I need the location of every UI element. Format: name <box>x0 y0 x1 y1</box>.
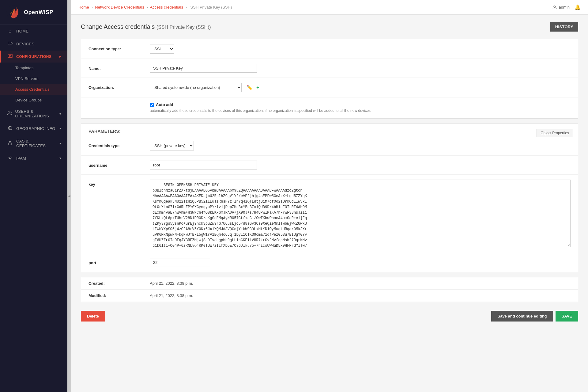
sidebar-item-access-credentials[interactable]: Access Credentials <box>0 84 67 95</box>
page-header: Change Access credentials (SSH Private K… <box>81 22 578 32</box>
created-row: Created: April 21, 2022, 8:38 p.m. <box>81 277 578 290</box>
cas-icon <box>7 141 13 147</box>
connection-type-select[interactable]: SSH SNMP HTTP <box>150 44 174 54</box>
sidebar-item-home-label: HOME <box>16 29 28 33</box>
sidebar-item-devices[interactable]: DEVICES <box>0 37 67 51</box>
svg-point-8 <box>10 112 11 113</box>
sidebar-item-templates-label: Templates <box>15 66 33 70</box>
sidebar-item-ipam[interactable]: IPAM ▾ <box>0 152 67 165</box>
organization-row: Organization: Shared systemwide (no orga… <box>81 78 578 97</box>
credentials-type-select[interactable]: SSH (private key) SSH (password) HTTP <box>150 141 194 150</box>
sidebar-item-home[interactable]: ⌂ HOME <box>0 25 67 37</box>
home-icon: ⌂ <box>7 29 13 34</box>
name-field <box>150 64 571 73</box>
connection-type-label: Connection type: <box>89 44 150 51</box>
auto-add-checkbox-row: Auto add automatically add these credent… <box>150 102 571 113</box>
organization-field: Shared systemwide (no organization) ✏️ + <box>150 83 571 92</box>
name-input[interactable] <box>150 64 257 73</box>
auto-add-label[interactable]: Auto add <box>150 102 173 107</box>
sidebar-item-users-label: USERS & ORGANIZATIONS <box>15 109 59 118</box>
username-label: username <box>89 161 150 168</box>
key-field: -----BEGIN OPENSSH PRIVATE KEY----- b3Bl… <box>150 180 571 248</box>
form-actions: Delete Save and continue editing SAVE <box>81 305 578 328</box>
svg-rect-4 <box>8 54 12 58</box>
breadcrumb-access-credentials[interactable]: Access credentials <box>150 5 183 10</box>
svg-point-7 <box>8 112 10 113</box>
svg-point-13 <box>10 144 10 144</box>
username-input[interactable] <box>150 161 257 169</box>
org-edit-button[interactable]: ✏️ <box>245 83 254 92</box>
credentials-type-label: Credentials type <box>89 141 150 148</box>
org-add-button[interactable]: + <box>255 83 260 92</box>
cas-arrow: ▾ <box>59 142 61 146</box>
breadcrumb-sep-3: › <box>186 5 187 10</box>
parameters-section: Parameters: Object Properties Credential… <box>81 124 578 272</box>
sidebar-item-users-orgs[interactable]: USERS & ORGANIZATIONS ▾ <box>0 105 67 122</box>
name-label: Name: <box>89 64 150 71</box>
modified-label: Modified: <box>89 293 150 298</box>
auto-add-checkbox[interactable] <box>150 103 154 107</box>
breadcrumb-home[interactable]: Home <box>78 5 89 10</box>
breadcrumb-sep-2: › <box>146 5 148 10</box>
sidebar-section-configurations[interactable]: CONFIGURATIONS ▸ <box>0 51 67 63</box>
save-continue-button[interactable]: Save and continue editing <box>491 311 553 322</box>
sidebar-item-vpn-label: VPN Servers <box>15 76 38 81</box>
breadcrumb-sep-1: › <box>91 5 92 10</box>
credentials-type-field: SSH (private key) SSH (password) HTTP <box>150 141 571 150</box>
svg-rect-2 <box>11 43 12 44</box>
organization-label: Organization: <box>89 83 150 90</box>
svg-point-19 <box>554 6 556 8</box>
svg-point-14 <box>9 157 11 159</box>
sidebar-item-vpn-servers[interactable]: VPN Servers <box>0 73 67 84</box>
save-button[interactable]: SAVE <box>556 311 578 322</box>
sidebar-section-configurations-label: CONFIGURATIONS <box>16 55 51 59</box>
main-form: Connection type: SSH SNMP HTTP Name: <box>81 39 578 119</box>
geo-icon <box>7 126 13 131</box>
users-arrow: ▾ <box>59 112 61 116</box>
created-label: Created: <box>89 281 150 286</box>
sidebar-collapse-handle[interactable]: ◀ <box>67 0 71 392</box>
sidebar-item-device-groups-label: Device Groups <box>15 98 42 102</box>
org-field-row: Shared systemwide (no organization) ✏️ + <box>150 83 571 92</box>
port-label: port <box>89 258 150 265</box>
credentials-type-row: Credentials type SSH (private key) SSH (… <box>81 136 578 156</box>
key-row: key -----BEGIN OPENSSH PRIVATE KEY----- … <box>81 175 578 253</box>
sidebar-item-device-groups[interactable]: Device Groups <box>0 95 67 105</box>
delete-button[interactable]: Delete <box>81 311 105 322</box>
sidebar-item-access-credentials-label: Access Credentials <box>15 87 49 92</box>
sidebar-item-geo[interactable]: GEOGRAPHIC INFO ▾ <box>0 122 67 135</box>
auto-add-field: Auto add automatically add these credent… <box>150 102 571 113</box>
sidebar-item-cas[interactable]: CAS & CERTIFICATES ▾ <box>0 135 67 152</box>
auto-add-hint: automatically add these credentials to t… <box>150 108 371 113</box>
port-input[interactable] <box>150 258 211 267</box>
meta-section: Created: April 21, 2022, 8:38 p.m. Modif… <box>81 277 578 302</box>
openwisp-logo <box>6 5 21 20</box>
org-actions: ✏️ + <box>245 83 260 92</box>
breadcrumb-network-device-credentials[interactable]: Network Device Credentials <box>95 5 144 10</box>
params-title: Parameters: <box>81 124 578 136</box>
notification-bell[interactable]: 🔔 <box>575 4 581 10</box>
modified-value: April 21, 2022, 8:38 p.m. <box>150 293 193 298</box>
key-label: key <box>89 180 150 187</box>
user-icon <box>552 5 557 10</box>
sidebar-navigation: ⌂ HOME DEVICES CONFIGURATIONS ▸ Template… <box>0 25 67 392</box>
topbar-username: admin <box>559 5 570 10</box>
sidebar-item-ipam-label: IPAM <box>16 156 26 161</box>
key-textarea[interactable]: -----BEGIN OPENSSH PRIVATE KEY----- b3Bl… <box>150 180 571 247</box>
username-field <box>150 161 571 169</box>
sidebar-logo: OpenWISP <box>0 0 67 25</box>
content-area: Change Access credentials (SSH Private K… <box>71 15 588 392</box>
created-value: April 21, 2022, 8:38 p.m. <box>150 281 193 286</box>
ipam-icon <box>7 155 13 161</box>
object-properties-button[interactable]: Object Properties <box>537 129 573 137</box>
sidebar-item-devices-label: DEVICES <box>16 42 34 46</box>
sidebar: OpenWISP ⌂ HOME DEVICES CONFIGURATIONS ▸… <box>0 0 67 392</box>
auto-add-spacer <box>89 102 150 105</box>
organization-select[interactable]: Shared systemwide (no organization) <box>150 83 242 92</box>
sidebar-item-templates[interactable]: Templates <box>0 63 67 73</box>
auto-add-row: Auto add automatically add these credent… <box>81 97 578 118</box>
configurations-icon <box>7 54 13 59</box>
right-actions: Save and continue editing SAVE <box>491 311 578 322</box>
history-button[interactable]: HISTORY <box>550 22 578 32</box>
page-title: Change Access credentials (SSH Private K… <box>81 23 211 30</box>
